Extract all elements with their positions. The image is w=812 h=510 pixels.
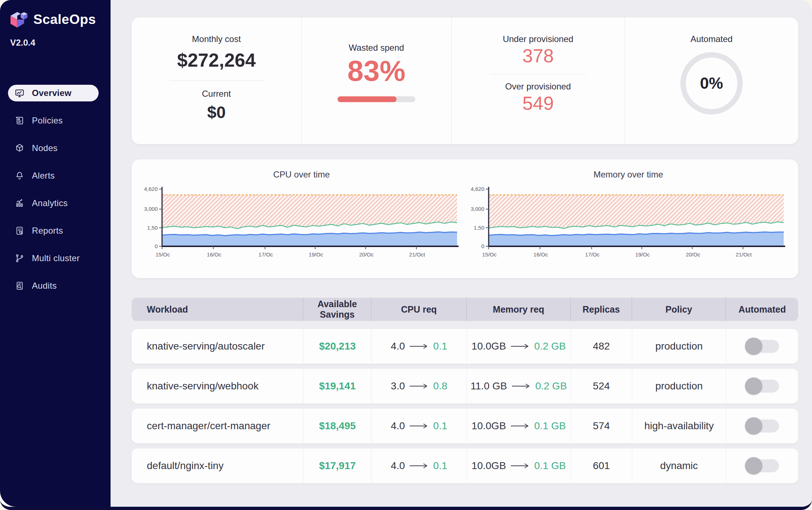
workload-cell: knative-serving/autoscaler <box>132 329 303 364</box>
automated-cell <box>726 369 798 404</box>
sidebar-item-overview[interactable]: Overview <box>8 85 99 101</box>
sidebar-item-reports[interactable]: Reports <box>8 222 103 239</box>
svg-text:1,50: 1,50 <box>474 225 484 231</box>
sidebar-item-label: Alerts <box>32 171 55 181</box>
sidebar-nav: Overview Policies Nodes <box>0 85 111 294</box>
svg-text:17/Oc: 17/Oc <box>258 251 273 258</box>
workload-cell: cert-manager/cert-manager <box>132 409 303 443</box>
cpu-req-cell: 3.0 0.8 <box>372 369 467 404</box>
svg-text:16/Oc: 16/Oc <box>207 251 221 258</box>
memory-chart-plot: 01,503,0004,62015/Oc16/Oc17/Oc19/Oc20/Oc… <box>469 185 788 262</box>
svg-text:15/Oc: 15/Oc <box>482 251 497 258</box>
sidebar-item-label: Reports <box>32 226 63 236</box>
current-cost-label: Current <box>202 89 231 99</box>
cpu-req-cell: 4.0 0.1 <box>372 409 467 443</box>
table-row[interactable]: default/nginx-tiny $17,917 4.0 0.1 10.0G… <box>132 448 798 483</box>
table-row[interactable]: cert-manager/cert-manager $18,495 4.0 0.… <box>132 409 798 443</box>
divider <box>169 80 264 81</box>
svg-text:0: 0 <box>154 243 157 249</box>
replicas-cell: 574 <box>571 409 632 443</box>
savings-cell: $20,213 <box>303 329 372 364</box>
svg-text:20/Oc: 20/Oc <box>359 251 374 258</box>
svg-text:4,620: 4,620 <box>471 186 485 192</box>
current-cost-value: $0 <box>207 103 225 122</box>
cpu-req-cell: 4.0 0.1 <box>372 448 467 483</box>
col-header-automated: Automated <box>726 298 798 321</box>
col-header-memory-req: Memory req <box>467 298 571 321</box>
sidebar-item-label: Analytics <box>32 198 68 208</box>
over-provisioned-label: Over provisioned <box>505 81 571 92</box>
audit-search-icon <box>14 281 25 291</box>
cpu-chart-title: CPU over time <box>273 170 330 180</box>
brand-name: ScaleOps <box>33 12 96 27</box>
savings-cell: $17,917 <box>303 448 372 483</box>
wasted-spend-label: Wasted spend <box>349 43 404 53</box>
wasted-spend-value: 83% <box>347 55 405 87</box>
sidebar-item-policies[interactable]: Policies <box>8 112 103 129</box>
scaleops-logo-icon <box>8 9 28 30</box>
svg-text:19/Oc: 19/Oc <box>308 251 323 258</box>
sidebar-item-analytics[interactable]: Analytics <box>8 195 103 212</box>
wasted-spend-progressbar <box>337 96 415 102</box>
table-row[interactable]: knative-serving/autoscaler $20,213 4.0 0… <box>132 329 798 364</box>
automated-ring-gauge: 0% <box>680 52 743 114</box>
automated-cell <box>726 329 798 364</box>
provisioned-section: Under provisioned 378 Over provisioned 5… <box>452 17 625 144</box>
table-row[interactable]: knative-serving/webhook $19,141 3.0 0.8 … <box>132 369 798 404</box>
svg-text:0: 0 <box>481 243 484 249</box>
app-version: V2.0.4 <box>0 38 111 48</box>
branch-icon <box>14 253 25 263</box>
svg-text:21/Oct: 21/Oct <box>409 251 425 258</box>
cpu-req-cell: 4.0 0.1 <box>372 329 467 364</box>
cpu-chart-plot: 01,503,0004,62015/Oc16/Oc17/Oc19/Oc20/Oc… <box>142 185 461 262</box>
svg-text:4,620: 4,620 <box>144 186 158 192</box>
divider <box>490 74 586 74</box>
nodes-icon <box>14 143 25 153</box>
arrow-right-icon <box>409 383 429 389</box>
sidebar-item-multi-cluster[interactable]: Multi cluster <box>8 250 103 267</box>
svg-text:3,000: 3,000 <box>144 206 158 212</box>
arrow-right-icon <box>409 423 429 429</box>
arrow-right-icon <box>510 463 530 469</box>
sidebar-item-alerts[interactable]: Alerts <box>8 167 103 184</box>
sidebar-item-label: Policies <box>32 116 63 126</box>
under-provisioned-label: Under provisioned <box>503 34 573 44</box>
arrow-right-icon <box>409 343 429 349</box>
sidebar-item-label: Nodes <box>32 143 58 153</box>
automated-toggle[interactable] <box>746 459 779 472</box>
sidebar-item-audits[interactable]: Audits <box>8 277 103 294</box>
svg-text:1,50: 1,50 <box>147 225 158 231</box>
policy-cell: high-availability <box>632 409 726 443</box>
svg-text:16/Oc: 16/Oc <box>534 251 548 258</box>
under-provisioned-value: 378 <box>522 46 554 65</box>
wasted-spend-section: Wasted spend 83% <box>302 17 452 144</box>
replicas-cell: 482 <box>571 329 632 364</box>
sidebar-item-label: Multi cluster <box>32 253 80 263</box>
memory-chart: Memory over time 01,503,0004,62015/Oc16/… <box>465 170 792 278</box>
col-header-cpu-req: CPU req <box>372 298 467 321</box>
sidebar: ScaleOps V2.0.4 Overview Policies <box>0 0 111 507</box>
automated-toggle[interactable] <box>746 419 779 432</box>
monthly-cost-section: Monthly cost $272,264 Current $0 <box>132 17 302 144</box>
automated-section: Automated 0% <box>625 17 798 144</box>
app-window: ScaleOps V2.0.4 Overview Policies <box>0 0 812 510</box>
policy-cell: production <box>632 329 726 364</box>
arrow-right-icon <box>409 463 429 469</box>
sidebar-item-label: Audits <box>32 281 57 291</box>
policy-cell: production <box>632 369 726 404</box>
svg-text:20/Oc: 20/Oc <box>686 251 701 258</box>
stats-card: Monthly cost $272,264 Current $0 Wasted … <box>132 17 798 144</box>
sidebar-item-label: Overview <box>32 88 71 98</box>
automated-cell <box>726 448 798 483</box>
toggle-knob <box>745 377 762 395</box>
arrow-right-icon <box>511 383 531 389</box>
automated-toggle[interactable] <box>746 340 779 353</box>
bell-icon <box>14 171 25 181</box>
cpu-chart: CPU over time 01,503,0004,62015/Oc16/Oc1… <box>138 170 465 278</box>
memory-req-cell: 10.0GB 0.2 GB <box>467 329 571 364</box>
col-header-replicas: Replicas <box>571 298 632 321</box>
table-header: Workload Available Savings CPU req Memor… <box>132 298 798 321</box>
automated-toggle[interactable] <box>746 380 779 393</box>
sidebar-item-nodes[interactable]: Nodes <box>8 140 103 156</box>
policies-icon <box>14 116 25 126</box>
